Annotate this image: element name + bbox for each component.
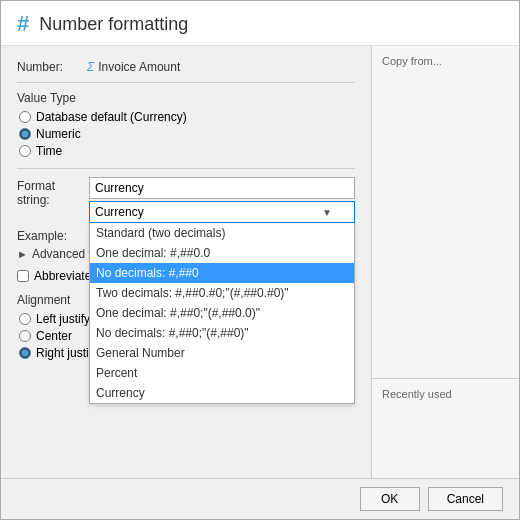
- dropdown-item-no-decimals-2[interactable]: No decimals: #,##0;"(#,##0)": [90, 323, 354, 343]
- format-dropdown-value: Currency: [95, 205, 144, 219]
- sigma-icon: Σ: [87, 60, 94, 74]
- radio-database-default[interactable]: Database default (Currency): [19, 110, 355, 124]
- chevron-down-icon: ▼: [322, 207, 332, 218]
- radio-time-label: Time: [36, 144, 62, 158]
- radio-center-label: Center: [36, 329, 72, 343]
- format-string-input[interactable]: [89, 177, 355, 199]
- copy-from-label: Copy from...: [382, 55, 442, 67]
- radio-left-justify-input[interactable]: [19, 313, 31, 325]
- number-row: Number: Σ Invoice Amount: [17, 60, 355, 74]
- dialog: # Number formatting Number: Σ Invoice Am…: [0, 0, 520, 520]
- value-type-section: Value Type Database default (Currency) N…: [17, 91, 355, 158]
- format-controls: Currency ▼ Standard (two decimals) One d…: [89, 177, 355, 223]
- dropdown-item-no-decimals[interactable]: No decimals: #,##0: [90, 263, 354, 283]
- number-label: Number:: [17, 60, 87, 74]
- radio-numeric-label: Numeric: [36, 127, 81, 141]
- radio-right-justify-input[interactable]: [19, 347, 31, 359]
- dropdown-item-one-decimal-2[interactable]: One decimal: #,##0;"(#,##0.0)": [90, 303, 354, 323]
- format-dropdown-selected[interactable]: Currency ▼: [89, 201, 355, 223]
- dropdown-item-standard[interactable]: Standard (two decimals): [90, 223, 354, 243]
- left-panel: Number: Σ Invoice Amount Value Type Data…: [1, 46, 371, 478]
- abbreviate-checkbox[interactable]: [17, 270, 29, 282]
- value-type-title: Value Type: [17, 91, 355, 105]
- radio-time[interactable]: Time: [19, 144, 355, 158]
- format-section: Format string: Currency ▼ Standard (two …: [17, 177, 355, 261]
- recently-used-label: Recently used: [382, 388, 452, 400]
- radio-numeric[interactable]: Numeric: [19, 127, 355, 141]
- dialog-body: Number: Σ Invoice Amount Value Type Data…: [1, 46, 519, 478]
- format-row: Format string: Currency ▼ Standard (two …: [17, 177, 355, 223]
- right-panel: Copy from... Recently used: [371, 46, 519, 478]
- arrow-right-icon: ►: [17, 248, 28, 260]
- radio-time-input[interactable]: [19, 145, 31, 157]
- hash-icon: #: [17, 13, 29, 35]
- right-panel-copy-from: Copy from...: [372, 46, 519, 378]
- dropdown-item-two-decimals[interactable]: Two decimals: #,##0.#0;"(#,##0.#0)": [90, 283, 354, 303]
- divider-2: [17, 168, 355, 169]
- dropdown-item-one-decimal[interactable]: One decimal: #,##0.0: [90, 243, 354, 263]
- dropdown-item-currency[interactable]: Currency: [90, 383, 354, 403]
- divider-1: [17, 82, 355, 83]
- value-type-radio-group: Database default (Currency) Numeric Time: [19, 110, 355, 158]
- radio-left-justify-label: Left justify: [36, 312, 90, 326]
- number-ref: Σ Invoice Amount: [87, 60, 180, 74]
- number-value: Invoice Amount: [98, 60, 180, 74]
- cancel-button[interactable]: Cancel: [428, 487, 503, 511]
- radio-center-input[interactable]: [19, 330, 31, 342]
- radio-database-default-label: Database default (Currency): [36, 110, 187, 124]
- dialog-footer: OK Cancel: [1, 478, 519, 519]
- title-bar: # Number formatting: [1, 1, 519, 46]
- ok-button[interactable]: OK: [360, 487, 420, 511]
- format-dropdown-list: Standard (two decimals) One decimal: #,#…: [89, 223, 355, 404]
- right-panel-recently-used: Recently used: [372, 378, 519, 478]
- dialog-title: Number formatting: [39, 14, 188, 35]
- format-label: Format string:: [17, 177, 89, 207]
- dropdown-item-percent[interactable]: Percent: [90, 363, 354, 383]
- dropdown-item-general-number[interactable]: General Number: [90, 343, 354, 363]
- format-dropdown-container: Currency ▼ Standard (two decimals) One d…: [89, 201, 355, 223]
- radio-numeric-input[interactable]: [19, 128, 31, 140]
- radio-database-default-input[interactable]: [19, 111, 31, 123]
- example-label: Example:: [17, 229, 89, 243]
